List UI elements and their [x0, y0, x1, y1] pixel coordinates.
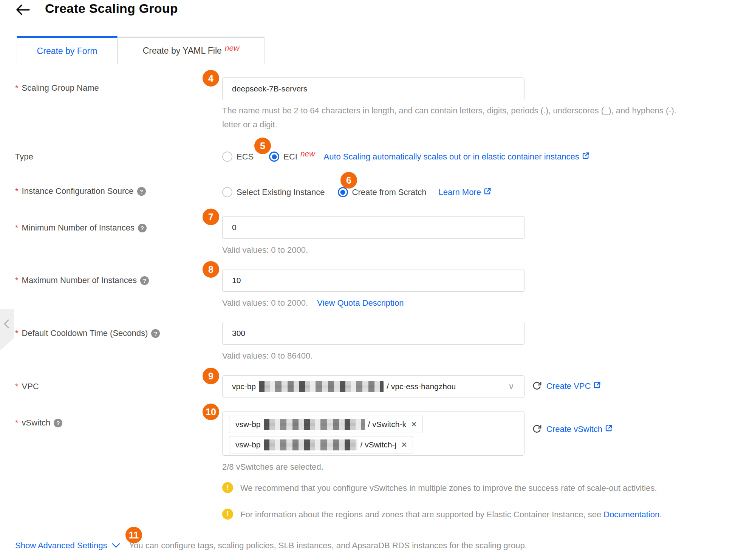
required-marker: * [15, 186, 19, 196]
cooldown-label: * Default Cooldown Time (Seconds) ? [15, 328, 160, 338]
create-from-scratch-radio[interactable] [338, 187, 348, 197]
select-existing-instance-radio[interactable] [222, 187, 232, 197]
create-scaling-group-page: Create Scaling Group Create by Form Crea… [0, 0, 755, 560]
note-regions-zones: For information about the regions and zo… [240, 510, 662, 520]
type-eci-label[interactable]: ECI [283, 152, 297, 162]
tab-create-by-form-label: Create by Form [37, 46, 97, 56]
step-badge-7: 7 [203, 209, 219, 225]
redacted-vswitch-id [264, 419, 365, 430]
required-marker: * [15, 223, 19, 233]
help-icon[interactable]: ? [151, 329, 160, 338]
redacted-vswitch-id [264, 439, 357, 450]
learn-more-link[interactable]: Learn More [438, 187, 491, 197]
create-vpc-link[interactable]: Create VPC [546, 381, 601, 391]
scaling-group-name-label: * Scaling Group Name [15, 83, 99, 93]
required-marker: * [15, 275, 19, 285]
required-marker: * [15, 328, 19, 338]
create-from-scratch-label[interactable]: Create from Scratch [352, 187, 427, 197]
cooldown-input[interactable] [222, 322, 524, 345]
page-title: Create Scaling Group [45, 1, 178, 16]
help-icon[interactable]: ? [137, 187, 146, 196]
min-instances-help: Valid values: 0 to 2000. [222, 245, 308, 255]
external-link-icon [484, 187, 491, 197]
max-instances-help: Valid values: 0 to 2000. [222, 298, 308, 308]
step-badge-4: 4 [203, 70, 219, 87]
vswitch-tag-j: vsw-bp / vSwitch-j ✕ [229, 436, 413, 453]
type-ecs-label[interactable]: ECS [237, 152, 254, 162]
required-marker: * [15, 83, 19, 93]
name-help-line2: letter or a digit. [222, 120, 277, 130]
vpc-select[interactable]: vpc-bp / vpc-ess-hangzhou ∨ [222, 375, 524, 398]
advanced-settings-description: You can configure tags, scaling policies… [129, 541, 527, 551]
min-instances-label: * Minimum Number of Instances ? [15, 223, 147, 233]
back-arrow-icon [15, 11, 30, 17]
eci-info-link[interactable]: Auto Scaling automatically scales out or… [323, 152, 589, 162]
show-advanced-settings-toggle[interactable]: Show Advanced Settings [15, 541, 107, 551]
min-instances-input[interactable] [222, 216, 524, 239]
vpc-value-prefix: vpc-bp [232, 382, 256, 391]
remove-vswitch-j-icon[interactable]: ✕ [401, 440, 407, 449]
new-badge: new [225, 43, 240, 53]
help-icon[interactable]: ? [140, 276, 149, 285]
vswitch-selected-summary: 2/8 vSwitches are selected. [222, 462, 323, 472]
type-label: Type [15, 152, 33, 162]
name-help-line1: The name must be 2 to 64 characters in l… [222, 106, 676, 116]
type-ecs-radio[interactable] [222, 152, 232, 162]
external-link-icon [605, 424, 613, 434]
redacted-vpc-id [259, 381, 384, 392]
vswitch-label: * vSwitch ? [15, 418, 62, 428]
warning-icon: ! [222, 509, 233, 520]
refresh-vpc-button[interactable] [532, 381, 542, 391]
warning-icon: ! [222, 482, 233, 493]
chevron-down-icon[interactable] [111, 543, 121, 548]
help-icon[interactable]: ? [54, 419, 62, 427]
scaling-group-name-input[interactable] [222, 77, 524, 100]
tab-create-by-yaml[interactable]: Create by YAML File new [118, 37, 265, 64]
create-vswitch-link[interactable]: Create vSwitch [546, 424, 613, 434]
vpc-label: * VPC [15, 382, 39, 391]
step-badge-8: 8 [203, 261, 219, 278]
select-existing-instance-label[interactable]: Select Existing Instance [237, 187, 325, 197]
refresh-vswitch-button[interactable] [532, 424, 542, 434]
sidebar-collapse-handle[interactable] [0, 309, 14, 351]
type-eci-radio[interactable] [269, 152, 279, 162]
required-marker: * [15, 418, 19, 428]
step-badge-11: 11 [125, 527, 142, 543]
vpc-value-suffix: / vpc-ess-hangzhou [387, 382, 456, 391]
step-badge-10: 10 [203, 404, 219, 420]
tabs-divider [118, 64, 755, 64]
chevron-left-icon [3, 319, 10, 330]
note-multiple-zones: We recommend that you configure vSwitche… [240, 483, 657, 493]
instance-config-source-label: * Instance Configuration Source ? [15, 186, 146, 196]
chevron-down-icon: ∨ [508, 382, 514, 391]
documentation-link[interactable]: Documentation [603, 510, 659, 520]
vswitch-tag-k: vsw-bp / vSwitch-k ✕ [229, 416, 423, 433]
max-instances-input[interactable] [222, 269, 524, 292]
help-icon[interactable]: ? [138, 224, 147, 232]
required-marker: * [15, 382, 19, 391]
view-quota-description-link[interactable]: View Quota Description [317, 298, 404, 308]
step-badge-5: 5 [254, 138, 271, 154]
cooldown-help: Valid values: 0 to 86400. [222, 351, 313, 361]
step-badge-9: 9 [203, 368, 219, 384]
tab-create-by-yaml-label: Create by YAML File [143, 46, 222, 56]
max-instances-label: * Maximum Number of Instances ? [15, 275, 149, 285]
back-button[interactable] [15, 4, 30, 17]
external-link-icon [593, 381, 601, 391]
tab-create-by-form[interactable]: Create by Form [17, 36, 118, 64]
external-link-icon [582, 152, 589, 162]
remove-vswitch-k-icon[interactable]: ✕ [411, 420, 417, 429]
eci-new-badge: new [300, 149, 315, 158]
step-badge-6: 6 [340, 172, 357, 189]
